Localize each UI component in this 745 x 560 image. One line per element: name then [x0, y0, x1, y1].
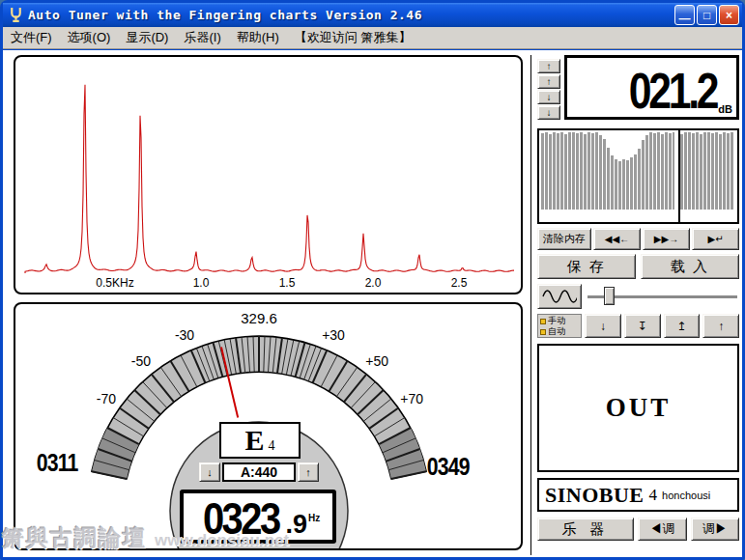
gauge-scale-label: +50 — [365, 353, 388, 369]
meter-cursor — [678, 130, 680, 222]
mode-manual[interactable]: 手动 — [540, 316, 579, 326]
clear-memory-button[interactable]: 清除内存 — [537, 228, 591, 250]
level-bar — [607, 148, 610, 210]
level-bar — [545, 132, 548, 210]
level-bar — [688, 132, 691, 210]
menu-options[interactable]: 选项(O) — [60, 29, 119, 46]
nudge-up-button[interactable]: ↑ — [702, 314, 739, 338]
key-down-button[interactable]: ◀调 — [638, 518, 687, 541]
menu-help[interactable]: 帮助(H) — [229, 29, 287, 46]
db-value: 021.2 — [629, 69, 716, 115]
waveform-row — [537, 284, 739, 309]
menu-welcome-link[interactable]: 【欢迎访问 箫雅集】 — [287, 29, 419, 46]
client-area: 0.5KHz 1.0 1.5 2.0 2.5 -70-50-30+30+50+7… — [3, 50, 742, 557]
transport-row: 清除内存 ◀◀← ▶▶→ ▶↵ — [537, 228, 739, 250]
output-box: OUT — [537, 344, 739, 472]
menu-display[interactable]: 显示(D) — [118, 29, 176, 46]
level-bar — [560, 132, 563, 210]
level-bar — [657, 132, 660, 210]
maximize-button[interactable]: □ — [697, 5, 717, 25]
gauge-scale-label: -30 — [175, 327, 194, 343]
level-bar — [557, 133, 559, 210]
menu-instrument[interactable]: 乐器(I) — [176, 29, 228, 46]
close-button[interactable]: × — [719, 5, 739, 25]
db-down-coarse-button[interactable]: ↓ — [537, 105, 560, 120]
level-bar — [723, 132, 726, 210]
menu-bar: 文件(F) 选项(O) 显示(D) 乐器(I) 帮助(H) 【欢迎访问 箫雅集】 — [3, 27, 742, 49]
mode-auto[interactable]: 自动 — [540, 326, 579, 337]
level-bar — [580, 132, 583, 210]
level-bar — [626, 160, 629, 210]
fast-forward-button[interactable]: ▶▶→ — [643, 228, 690, 250]
level-bar — [599, 135, 602, 210]
level-bar — [719, 134, 722, 210]
sine-wave-icon — [542, 289, 577, 304]
minimize-button[interactable]: — — [674, 5, 695, 25]
instrument-tuning: honchousi — [662, 490, 710, 501]
level-bar — [715, 132, 718, 210]
gauge-scale-label: -50 — [131, 353, 151, 369]
ref-pitch-up-button[interactable]: ↑ — [298, 462, 319, 482]
level-bar — [634, 154, 637, 210]
level-bar — [541, 133, 544, 210]
nudge-down-step-button[interactable]: ↧ — [624, 314, 661, 338]
level-bar — [645, 135, 648, 210]
level-bar — [611, 155, 614, 210]
instrument-button[interactable]: 乐 器 — [537, 518, 634, 541]
frequency-decimal: .9 — [285, 512, 307, 538]
reference-pitch-row: ↓ A:440 ↑ — [199, 462, 319, 482]
window-title: Auto Tuner with the Fingering charts Ver… — [28, 8, 422, 22]
save-button[interactable]: 保 存 — [537, 254, 636, 279]
reference-pitch-display: A:440 — [222, 462, 296, 482]
level-bar — [630, 157, 633, 210]
level-bar — [549, 134, 552, 210]
mode-toggle: 手动 自动 — [537, 314, 582, 338]
gauge-scale-label: -70 — [97, 391, 116, 406]
key-up-button[interactable]: 调▶ — [691, 518, 740, 541]
note-letter: E — [244, 424, 264, 457]
nudge-down-button[interactable]: ↓ — [585, 314, 621, 338]
level-bar — [711, 133, 714, 210]
play-button[interactable]: ▶↵ — [692, 228, 739, 250]
nudge-up-step-button[interactable]: ↥ — [664, 314, 701, 338]
level-bar — [703, 132, 706, 210]
level-meter-bars — [541, 132, 739, 210]
instrument-name-box: SINOBUE 4 honchousi — [537, 478, 739, 512]
level-meter — [537, 128, 739, 224]
level-bar — [661, 134, 664, 210]
spectrum-trace — [25, 85, 514, 273]
tuning-fork-icon — [8, 7, 24, 23]
level-bar — [618, 161, 621, 210]
gauge-scale-label: +70 — [400, 391, 423, 406]
frequency-unit: Hz — [308, 513, 320, 523]
level-bar — [669, 133, 672, 210]
gauge-range-min: 0311 — [37, 449, 78, 477]
db-down-fine-button[interactable]: ↓ — [537, 90, 560, 104]
db-unit: dB — [718, 103, 732, 115]
load-button[interactable]: 载 入 — [641, 254, 739, 279]
level-bar — [587, 132, 590, 210]
db-up-fine-button[interactable]: ↑ — [537, 74, 560, 89]
mode-auto-icon — [540, 329, 546, 335]
note-octave: 4 — [269, 438, 275, 454]
level-bar — [727, 133, 730, 210]
title-bar: Auto Tuner with the Fingering charts Ver… — [3, 3, 742, 27]
frequency-display: 0323 .9 Hz — [180, 490, 336, 544]
bottom-row: 乐 器 ◀调 调▶ — [537, 518, 739, 541]
tuner-panel: -70-50-30+30+50+70329.6 0311 0349 E 4 ↓ … — [14, 302, 523, 550]
slider-thumb[interactable] — [604, 287, 615, 305]
x-axis-label: 2.5 — [451, 276, 468, 290]
save-load-row: 保 存 载 入 — [537, 254, 739, 279]
playback-slider[interactable] — [586, 284, 739, 309]
menu-file[interactable]: 文件(F) — [3, 29, 60, 46]
level-bar — [649, 132, 652, 210]
rewind-button[interactable]: ◀◀← — [593, 228, 641, 250]
ref-pitch-down-button[interactable]: ↓ — [199, 462, 220, 482]
level-bar — [584, 134, 587, 210]
sine-wave-button[interactable] — [537, 284, 582, 309]
level-bar — [653, 133, 656, 210]
frequency-value: 0323 — [203, 498, 279, 538]
x-axis-label: 2.0 — [365, 276, 382, 290]
db-up-coarse-button[interactable]: ↑ — [537, 59, 560, 73]
level-bar — [568, 132, 571, 210]
